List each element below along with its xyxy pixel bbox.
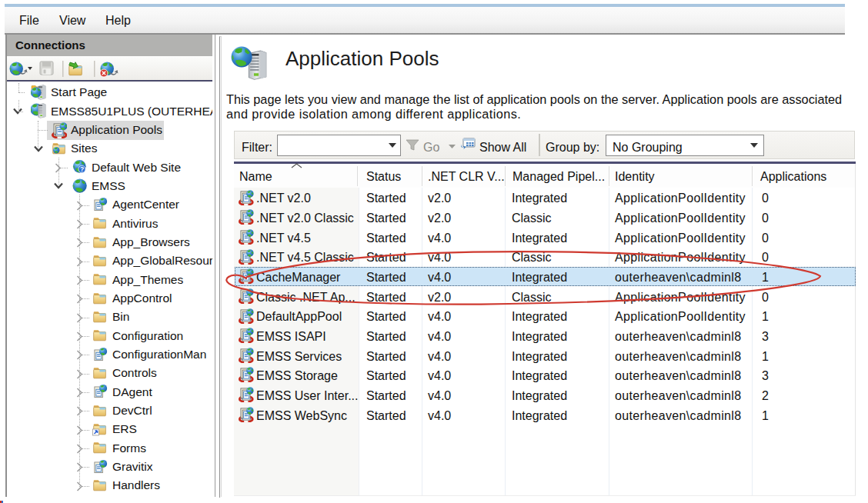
svg-text:?: ? [80, 165, 84, 173]
